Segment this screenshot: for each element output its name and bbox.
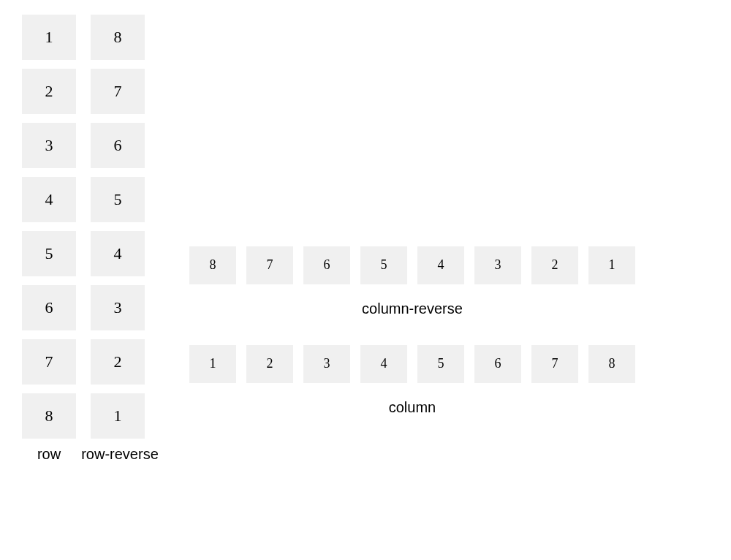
- box-item: 4: [22, 177, 76, 222]
- box-item: 8: [189, 246, 236, 284]
- box-item: 7: [91, 69, 145, 114]
- box-item: 6: [474, 345, 521, 383]
- box-item: 2: [531, 246, 578, 284]
- box-item: 2: [22, 69, 76, 114]
- box-item: 5: [360, 246, 407, 284]
- row-reverse-label: row-reverse: [76, 446, 164, 463]
- box-item: 6: [91, 123, 145, 168]
- box-item: 5: [417, 345, 464, 383]
- box-item: 5: [22, 231, 76, 276]
- column-row: 1 2 3 4 5 6 7 8: [189, 345, 635, 383]
- box-item: 3: [303, 345, 350, 383]
- box-item: 1: [588, 246, 635, 284]
- column-label: column: [189, 399, 635, 416]
- box-item: 4: [360, 345, 407, 383]
- box-item: 3: [22, 123, 76, 168]
- box-item: 2: [91, 339, 145, 385]
- right-section: 8 7 6 5 4 3 2 1 column-reverse 1 2 3 4 5…: [178, 15, 635, 463]
- box-item: 2: [246, 345, 293, 383]
- diagram-container: 1 2 3 4 5 6 7 8 8 7 6 5 4 3 2 1 row r: [0, 0, 731, 477]
- box-item: 4: [417, 246, 464, 284]
- left-labels: row row-reverse: [22, 446, 164, 463]
- box-item: 5: [91, 177, 145, 222]
- box-item: 6: [303, 246, 350, 284]
- row-label: row: [22, 446, 76, 463]
- left-section: 1 2 3 4 5 6 7 8 8 7 6 5 4 3 2 1 row r: [22, 15, 164, 463]
- box-item: 3: [474, 246, 521, 284]
- box-item: 7: [531, 345, 578, 383]
- box-item: 8: [588, 345, 635, 383]
- box-item: 8: [22, 393, 76, 439]
- box-item: 7: [22, 339, 76, 385]
- box-item: 1: [22, 15, 76, 60]
- box-item: 4: [91, 231, 145, 276]
- box-item: 3: [91, 285, 145, 330]
- left-columns: 1 2 3 4 5 6 7 8 8 7 6 5 4 3 2 1: [22, 15, 164, 439]
- box-item: 8: [91, 15, 145, 60]
- box-item: 7: [246, 246, 293, 284]
- box-item: 1: [189, 345, 236, 383]
- box-item: 1: [91, 393, 145, 439]
- column-reverse-row: 8 7 6 5 4 3 2 1: [189, 246, 635, 284]
- box-item: 6: [22, 285, 76, 330]
- row-reverse-column: 8 7 6 5 4 3 2 1: [91, 15, 145, 439]
- row-column: 1 2 3 4 5 6 7 8: [22, 15, 76, 439]
- column-reverse-label: column-reverse: [189, 300, 635, 317]
